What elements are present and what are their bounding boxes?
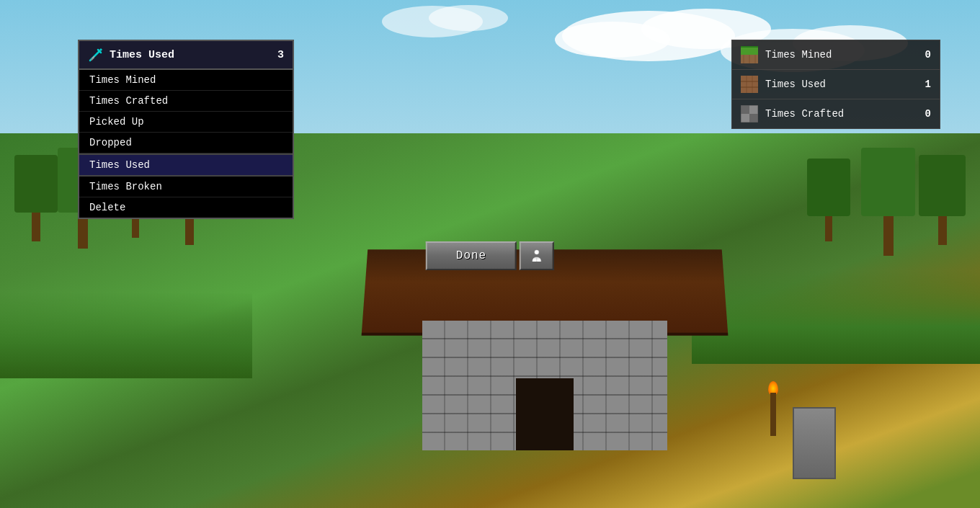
stat-row-times-mined: Times Mined 0 [731,40,940,69]
svg-point-6 [429,5,508,31]
stat-value-times-mined: 0 [925,49,931,61]
menu-item-picked-up[interactable]: Picked Up [79,112,293,133]
done-button[interactable]: Done [426,241,517,270]
stat-value-times-crafted: 0 [925,108,931,120]
menu-item-times-broken[interactable]: Times Broken [79,177,293,197]
menu-item-times-crafted[interactable]: Times Crafted [79,91,293,112]
panel-header-value: 3 [277,49,284,61]
right-stats-panel: Times Mined 0 Times Used 1 Times Crafted… [731,40,940,129]
wood-block-icon [741,76,758,93]
stat-label-times-crafted: Times Crafted [765,108,918,120]
stat-value-times-used: 1 [925,79,931,90]
craft-block-icon [741,105,758,122]
menu-item-delete[interactable]: Delete [79,197,293,218]
left-stats-panel: Times Used 3 Times Mined Times Crafted P… [78,40,294,219]
svg-rect-24 [741,105,749,114]
dropdown-menu: Times Mined Times Crafted Picked Up Drop… [78,70,294,219]
stat-row-times-crafted: Times Crafted 0 [731,99,940,129]
torch [768,381,778,436]
stat-label-times-mined: Times Mined [765,49,918,61]
svg-rect-25 [749,114,758,122]
panel-header-title: Times Used [110,49,272,61]
stat-row-times-used: Times Used 1 [731,69,940,99]
svg-rect-18 [741,76,758,93]
svg-point-2 [555,22,670,58]
menu-item-dropped[interactable]: Dropped [79,133,293,153]
bottom-buttons-area: Done [426,241,554,270]
building [408,249,682,450]
stat-label-times-used: Times Used [765,79,918,90]
person-icon-button[interactable] [520,241,554,270]
panel-header: Times Used 3 [78,40,294,70]
menu-item-times-used[interactable]: Times Used [79,153,293,177]
sword-icon [88,47,104,63]
person-icon [530,249,544,263]
menu-item-times-mined[interactable]: Times Mined [79,70,293,91]
svg-rect-14 [741,46,758,48]
grass-block-icon [741,46,758,63]
svg-point-27 [535,250,539,254]
